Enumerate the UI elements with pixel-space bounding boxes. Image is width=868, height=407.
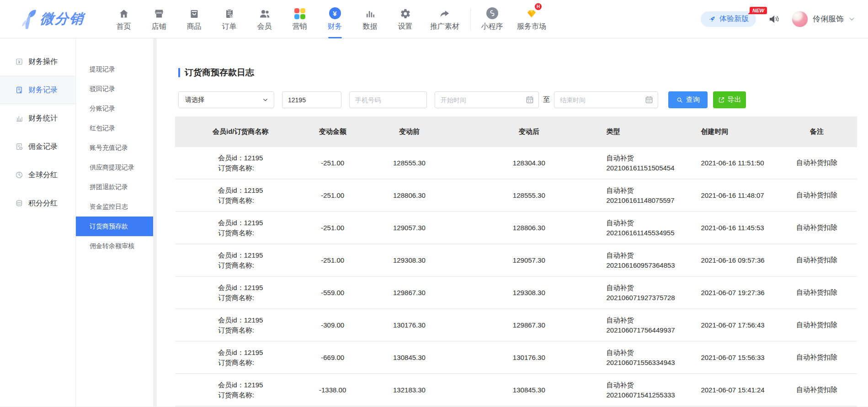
submenu-item[interactable]: 驳回记录: [76, 79, 153, 99]
col-header-remark: 备注: [777, 127, 857, 136]
app-logo[interactable]: 微分销: [18, 8, 84, 31]
submenu-item[interactable]: 供应商提现记录: [76, 158, 153, 177]
select-chevron-icon: [262, 97, 268, 103]
home-icon: [118, 6, 129, 19]
sidebar-item-finance-records[interactable]: 财务记录: [0, 76, 75, 104]
nav-item-member[interactable]: 会员: [247, 0, 282, 38]
table-row: 会员id：12195 订货商名称: -251.00 129057.30 1288…: [175, 212, 857, 244]
top-header: 微分销 首页 店铺 商品 订单: [0, 0, 868, 38]
member-id-input[interactable]: [282, 91, 341, 108]
marketing-icon: [294, 6, 305, 19]
members-icon: [259, 6, 271, 19]
type-cell: 自动补货 202106161145534955: [599, 218, 690, 238]
created-cell: 2021-06-07 17:56:43: [690, 321, 776, 329]
gem-icon: H: [526, 6, 538, 19]
submenu-item[interactable]: 订货商预存款: [76, 217, 153, 236]
amount-cell: -309.00: [306, 321, 359, 329]
content-gap: [153, 38, 157, 407]
nav-item-order[interactable]: 订单: [212, 0, 247, 38]
globe-yuan-icon: [15, 171, 23, 179]
nav-item-promo-material[interactable]: 推广素材: [423, 0, 467, 38]
nav-item-miniprogram[interactable]: 小程序: [474, 0, 510, 38]
nav-item-shop[interactable]: 店铺: [141, 0, 176, 38]
clipboard-icon: [224, 6, 235, 19]
created-cell: 2021-06-07 15:41:24: [690, 386, 776, 394]
type-cell: 自动补货 202106160957364853: [599, 250, 690, 270]
amount-cell: -1338.00: [306, 386, 359, 394]
submenu-item[interactable]: 提现记录: [76, 59, 153, 79]
member-cell: 会员id：12195 订货商名称:: [175, 218, 306, 238]
speaker-icon[interactable]: [768, 13, 780, 25]
member-cell: 会员id：12195 订货商名称:: [175, 380, 306, 400]
nav-item-finance[interactable]: ¥ 财务: [317, 0, 352, 38]
nav-item-marketing[interactable]: 营销: [282, 0, 317, 38]
yuan-square-icon: [15, 58, 23, 66]
after-cell: 130845.30: [459, 386, 598, 394]
main-content: 订货商预存款日志 请选择 至 查询 导: [157, 38, 868, 407]
nav-item-goods[interactable]: 商品: [176, 0, 212, 38]
search-button[interactable]: 查询: [668, 91, 708, 108]
sidebar-item-finance-operation[interactable]: 财务操作: [0, 48, 75, 76]
sidebar-item-points-dividend[interactable]: 积分分红: [0, 189, 75, 217]
col-header-before: 变动前: [359, 127, 459, 136]
miniprogram-icon: [486, 6, 498, 19]
nav-item-service-market[interactable]: H 服务市场: [510, 0, 554, 38]
account-menu[interactable]: 伶俐服饰: [792, 11, 855, 27]
nav-item-data[interactable]: 数据: [352, 0, 388, 38]
phone-input[interactable]: [349, 91, 427, 108]
finance-doc-icon: [15, 86, 23, 94]
table-row: 会员id：12195 订货商名称: -251.00 128555.30 1283…: [175, 147, 857, 180]
storefront-icon: [154, 6, 165, 19]
type-cell: 自动补货 202106071756449937: [599, 315, 690, 335]
before-cell: 129867.30: [359, 289, 459, 296]
search-icon: [676, 96, 683, 104]
submenu-item[interactable]: 账号充值记录: [76, 138, 153, 158]
after-cell: 128304.30: [459, 159, 598, 167]
try-new-version-button[interactable]: 体验新版 NEW: [701, 11, 756, 27]
page-title: 订货商预存款日志: [185, 67, 254, 79]
start-time-input[interactable]: [435, 91, 539, 108]
member-cell: 会员id：12195 订货商名称:: [175, 348, 306, 368]
gear-icon: [400, 6, 411, 19]
member-cell: 会员id：12195 订货商名称:: [175, 315, 306, 335]
created-cell: 2021-06-16 11:48:07: [690, 191, 776, 199]
submenu-item[interactable]: 红包记录: [76, 118, 153, 138]
remark-cell: 自动补货扣除: [777, 191, 857, 200]
market-h-badge: H: [535, 3, 542, 10]
col-header-created: 创建时间: [690, 127, 776, 136]
sidebar-item-commission-records[interactable]: 佣金记录: [0, 132, 75, 161]
nav-item-settings[interactable]: 设置: [388, 0, 423, 38]
sidebar-item-finance-statistics[interactable]: 财务统计: [0, 104, 75, 132]
sidebar: 财务操作 财务记录 财务统计 佣金记录 全球分红 积分分红: [0, 38, 76, 407]
rocket-icon: [708, 15, 716, 23]
after-cell: 129308.30: [459, 289, 598, 296]
avatar: [792, 11, 808, 27]
remark-cell: 自动补货扣除: [777, 353, 857, 362]
after-cell: 130176.30: [459, 354, 598, 361]
created-cell: 2021-06-16 09:57:36: [690, 256, 776, 264]
before-cell: 132183.30: [359, 386, 459, 394]
records-table: 会员id/订货商名称 变动金额 变动前 变动后 类型 创建时间 备注 会员id：…: [175, 116, 857, 407]
account-name: 伶俐服饰: [813, 14, 844, 24]
export-button[interactable]: 导出: [713, 91, 746, 108]
sidebar-item-global-dividend[interactable]: 全球分红: [0, 161, 75, 189]
end-time-input[interactable]: [554, 91, 658, 108]
amount-cell: -251.00: [306, 256, 359, 264]
before-cell: 130176.30: [359, 321, 459, 329]
type-cell: 自动补货 202106161148075597: [599, 185, 690, 206]
submenu-item[interactable]: 资金监控日志: [76, 197, 153, 217]
col-header-type: 类型: [599, 127, 690, 136]
submenu-item[interactable]: 拼团退款记录: [76, 177, 153, 197]
table-header-row: 会员id/订货商名称 变动金额 变动前 变动后 类型 创建时间 备注: [175, 116, 857, 147]
submenu-item[interactable]: 分账记录: [76, 99, 153, 118]
top-nav: 首页 店铺 商品 订单 会员: [106, 0, 554, 38]
created-cell: 2021-06-16 11:51:50: [690, 159, 776, 167]
nav-item-home[interactable]: 首页: [106, 0, 141, 38]
type-cell: 自动补货 202106071927375728: [599, 283, 690, 303]
filter-select[interactable]: 请选择: [178, 91, 274, 108]
col-header-amount: 变动金额: [306, 127, 359, 136]
after-cell: 128806.30: [459, 224, 598, 232]
header-right: 体验新版 NEW 伶俐服饰: [701, 11, 855, 27]
submenu-item[interactable]: 佣金转余额审核: [76, 236, 153, 256]
member-cell: 会员id：12195 订货商名称:: [175, 185, 306, 206]
